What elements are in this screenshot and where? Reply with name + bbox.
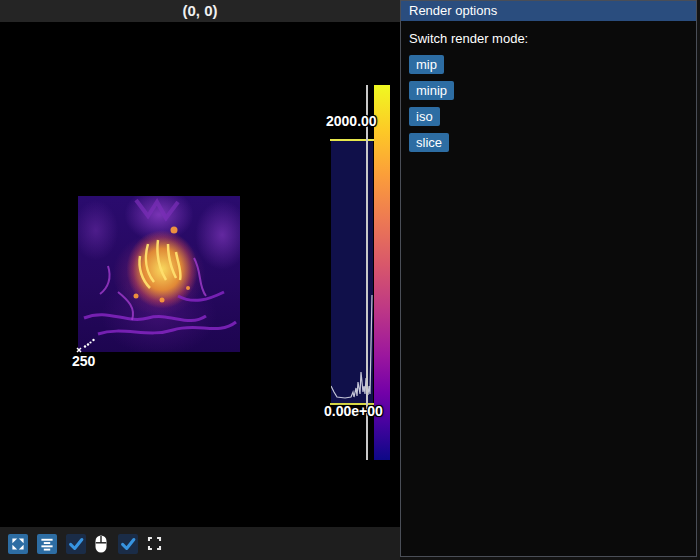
vessel-overlay — [78, 196, 240, 352]
mode-button-slice[interactable]: slice — [409, 133, 449, 152]
volume-render-viewport[interactable]: 250 2000.00 0.00e+00 — [0, 22, 400, 527]
fullscreen-corners-icon — [146, 535, 163, 552]
mode-button-mip[interactable]: mip — [409, 55, 444, 74]
render-options-panel: Render options Switch render mode: mip m… — [400, 0, 697, 557]
toggle-shade-checkbox[interactable] — [118, 534, 138, 554]
expand-arrows-icon — [10, 536, 26, 552]
toggle-edit-checkbox[interactable] — [66, 534, 86, 554]
center-volume-button[interactable] — [37, 534, 57, 554]
checkmark-icon — [67, 535, 85, 553]
reset-camera-button[interactable] — [8, 534, 28, 554]
mode-button-minip[interactable]: minip — [409, 81, 454, 100]
mode-button-iso[interactable]: iso — [409, 107, 440, 126]
mouse-icon — [91, 534, 111, 554]
scale-distance-label: 250 — [72, 353, 95, 369]
panel-title: Render options — [401, 1, 696, 21]
coords-readout: (0, 0) — [0, 0, 400, 22]
viewport-toolbar — [0, 527, 400, 560]
align-center-lines-icon — [39, 536, 55, 552]
colorbar-min-label: 0.00e+00 — [324, 403, 383, 419]
volume-mip-image[interactable] — [78, 196, 240, 352]
ruler-widget[interactable] — [76, 336, 100, 354]
switch-render-mode-label: Switch render mode: — [409, 31, 688, 46]
colorbar-max-label: 2000.00 — [326, 113, 377, 129]
fullscreen-button[interactable] — [144, 534, 164, 554]
mouse-mode-button[interactable] — [91, 534, 111, 554]
checkmark-icon — [119, 535, 137, 553]
app-window: (0, 0) — [0, 0, 700, 560]
